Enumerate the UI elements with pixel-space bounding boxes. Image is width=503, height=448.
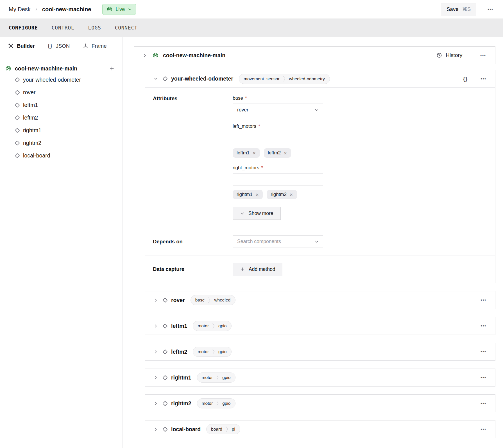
card-overflow-menu-button[interactable]: ••• <box>479 374 488 381</box>
depends-on-placeholder: Search components <box>237 239 281 244</box>
top-bar: My Desk cool-new-machine Live Save ⌘S ••… <box>0 0 503 19</box>
card-overflow-menu-button[interactable]: ••• <box>479 400 488 406</box>
tree-item-leftm2[interactable]: leftm2 <box>5 111 115 124</box>
card-overflow-menu-button[interactable]: ••• <box>479 76 488 82</box>
ellipsis-icon: ••• <box>488 7 493 12</box>
tree-item-rightm1[interactable]: rightm1 <box>5 124 115 137</box>
ellipsis-icon: ••• <box>481 349 486 354</box>
expand-card-chevron[interactable] <box>153 400 159 407</box>
remove-chip-icon[interactable]: ✕ <box>289 193 293 197</box>
data-capture-section: Data capture Add method <box>145 255 495 283</box>
breadcrumb-root[interactable]: My Desk <box>9 6 31 13</box>
right-motors-input[interactable] <box>233 173 323 186</box>
tab-connect[interactable]: CONNECT <box>115 25 138 31</box>
depends-on-select[interactable]: Search components <box>233 235 323 248</box>
base-select[interactable]: rover <box>233 104 323 116</box>
component-diamond-icon <box>15 140 20 145</box>
machine-part-row: cool-new-machine-main History ••• <box>134 46 495 64</box>
tree-item-leftm1[interactable]: leftm1 <box>5 99 115 111</box>
card-local-board: local-board board pi ••• <box>145 420 495 438</box>
expand-card-chevron[interactable] <box>153 374 159 381</box>
chip-leftm2: leftm2 ✕ <box>264 148 291 158</box>
plus-icon <box>240 267 245 272</box>
required-asterisk: * <box>258 124 260 129</box>
card-title: your-wheeled-odometer <box>171 76 233 82</box>
pill-separator-icon <box>216 401 219 406</box>
tree-root-part[interactable]: cool-new-machine-main <box>5 63 115 74</box>
chevron-down-icon <box>314 239 319 244</box>
expand-card-chevron[interactable] <box>153 297 159 303</box>
component-diamond-icon <box>15 102 20 108</box>
chip-rightm2: rightm2 ✕ <box>267 190 297 199</box>
tree-item-local-board[interactable]: local-board <box>5 149 115 162</box>
right-motors-chips: rightm1 ✕ rightm2 ✕ <box>233 190 323 199</box>
component-diamond-icon <box>162 427 167 432</box>
history-button[interactable]: History <box>434 52 464 59</box>
mode-frame[interactable]: Frame <box>83 43 107 49</box>
mode-json[interactable]: {} JSON <box>48 43 70 49</box>
collapse-card-chevron[interactable] <box>153 76 159 82</box>
tab-logs[interactable]: LOGS <box>88 25 101 31</box>
tab-configure[interactable]: CONFIGURE <box>9 25 38 31</box>
left-motors-input[interactable] <box>233 132 323 144</box>
expand-part-chevron[interactable] <box>142 52 148 59</box>
chip-leftm1: leftm1 ✕ <box>233 148 260 158</box>
builder-canvas: cool-new-machine-main History ••• your-w… <box>123 37 503 448</box>
machine-status-live-badge[interactable]: Live <box>102 4 136 15</box>
expand-card-chevron[interactable] <box>153 426 159 433</box>
component-diamond-icon <box>15 115 20 120</box>
card-overflow-menu-button[interactable]: ••• <box>479 297 488 303</box>
show-more-button[interactable]: Show more <box>233 207 281 220</box>
pill-separator-icon <box>212 349 215 355</box>
component-diamond-icon <box>162 323 167 328</box>
component-diamond-icon <box>162 298 167 303</box>
component-diamond-icon <box>162 76 167 81</box>
component-diamond-icon <box>15 77 20 82</box>
component-diamond-icon <box>15 153 20 158</box>
tree-item-rightm2[interactable]: rightm2 <box>5 137 115 149</box>
part-overflow-menu-button[interactable]: ••• <box>479 52 487 58</box>
page-overflow-menu-button[interactable]: ••• <box>486 6 495 12</box>
component-diamond-icon <box>15 128 20 133</box>
type-model-badge: motor gpio <box>197 372 236 383</box>
save-shortcut: ⌘S <box>462 6 471 12</box>
card-overflow-menu-button[interactable]: ••• <box>479 323 488 329</box>
tree-item-odometer[interactable]: your-wheeled-odometer <box>5 74 115 86</box>
component-diamond-icon <box>162 401 167 406</box>
view-json-button[interactable]: {} <box>462 75 468 83</box>
add-component-button[interactable] <box>108 65 115 72</box>
card-overflow-menu-button[interactable]: ••• <box>479 426 488 432</box>
tab-control[interactable]: CONTROL <box>52 25 74 31</box>
pill-separator-icon <box>283 76 286 82</box>
remove-chip-icon[interactable]: ✕ <box>284 151 287 155</box>
card-rightm2: rightm2 motor gpio ••• <box>145 394 495 412</box>
tools-icon <box>8 43 14 49</box>
tab-bar: CONFIGURE CONTROL LOGS CONNECT <box>0 19 503 37</box>
content-area: Builder {} JSON Frame cool-new-machine-m… <box>0 37 503 448</box>
pill-separator-icon <box>216 375 219 380</box>
right-motors-field-label: right_motors * <box>233 165 323 171</box>
chevron-down-icon <box>240 211 245 216</box>
add-method-button[interactable]: Add method <box>233 263 282 276</box>
attributes-section: Attributes base * rover <box>145 88 495 228</box>
save-button[interactable]: Save ⌘S <box>441 3 476 15</box>
expand-card-chevron[interactable] <box>153 323 159 329</box>
card-rightm1: rightm1 motor gpio ••• <box>145 369 495 387</box>
card-header: your-wheeled-odometer movement_sensor wh… <box>145 70 495 88</box>
expand-card-chevron[interactable] <box>153 349 159 355</box>
view-mode-switcher: Builder {} JSON Frame <box>0 37 123 55</box>
mode-builder[interactable]: Builder <box>8 43 35 49</box>
remove-chip-icon[interactable]: ✕ <box>255 193 259 197</box>
card-overflow-menu-button[interactable]: ••• <box>479 349 488 355</box>
section-heading: Data capture <box>153 266 233 272</box>
component-cards: your-wheeled-odometer movement_sensor wh… <box>145 70 495 438</box>
breadcrumb: My Desk cool-new-machine Live <box>9 4 136 15</box>
card-your-wheeled-odometer: your-wheeled-odometer movement_sensor wh… <box>145 70 495 283</box>
component-diamond-icon <box>162 349 167 354</box>
save-label: Save <box>447 6 458 12</box>
base-field-label: base * <box>233 95 323 101</box>
tree-root-label: cool-new-machine-main <box>15 65 77 72</box>
remove-chip-icon[interactable]: ✕ <box>252 151 256 155</box>
tree-item-rover[interactable]: rover <box>5 86 115 99</box>
card-leftm1: leftm1 motor gpio ••• <box>145 317 495 335</box>
